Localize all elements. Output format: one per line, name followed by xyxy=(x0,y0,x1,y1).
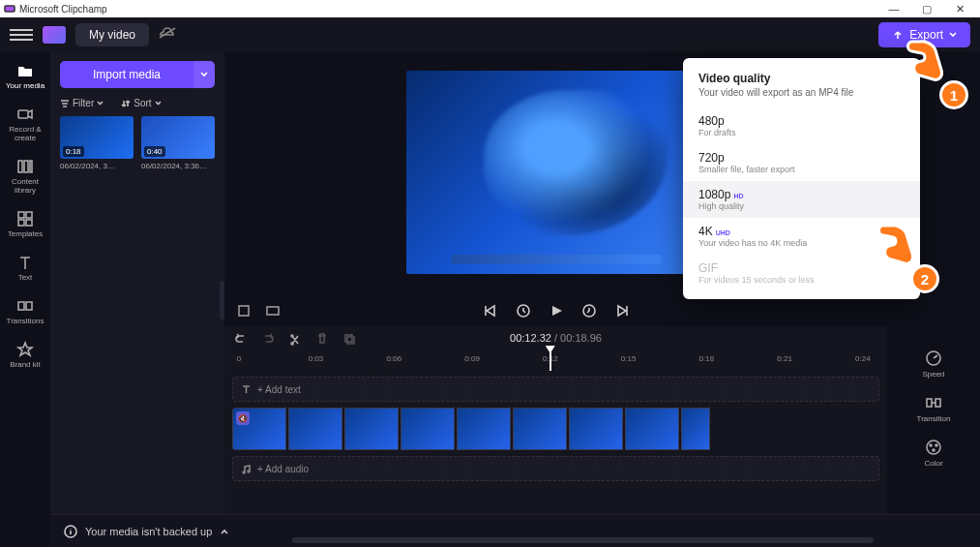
templates-icon xyxy=(16,210,34,228)
backup-status: Your media isn't backed up xyxy=(85,526,212,537)
quality-480p[interactable]: 480p For drafts xyxy=(683,107,920,144)
svg-rect-16 xyxy=(345,335,352,342)
transition-icon xyxy=(925,394,942,411)
export-button[interactable]: Export xyxy=(878,22,970,47)
popover-subtitle: Your video will export as an MP4 file xyxy=(683,87,920,107)
project-title[interactable]: My video xyxy=(75,23,149,46)
left-sidebar: Your media Record & create Content libra… xyxy=(0,51,50,547)
svg-point-23 xyxy=(935,444,937,446)
svg-rect-6 xyxy=(18,212,24,218)
crop-icon[interactable] xyxy=(236,303,252,319)
video-track[interactable]: 🔇 xyxy=(232,408,879,450)
color-tab[interactable]: Color xyxy=(924,439,942,468)
sidebar-record-create[interactable]: Record & create xyxy=(0,103,50,145)
svg-rect-19 xyxy=(927,399,932,407)
audio-track[interactable]: + Add audio xyxy=(232,456,879,481)
music-icon xyxy=(241,464,252,474)
quality-720p[interactable]: 720p Smaller file, faster export xyxy=(683,144,920,181)
svg-rect-10 xyxy=(18,302,24,310)
chevron-up-icon[interactable] xyxy=(220,527,229,536)
svg-point-24 xyxy=(933,449,935,451)
media-panel: Import media Filter Sort 0:18 06/02/2024… xyxy=(50,51,224,514)
media-thumbnail[interactable]: 0:18 06/02/2024, 3… xyxy=(60,116,134,170)
popover-title: Video quality xyxy=(683,72,920,87)
svg-rect-20 xyxy=(935,399,940,407)
svg-rect-0 xyxy=(5,6,15,12)
svg-rect-2 xyxy=(18,110,28,118)
timeline-ruler[interactable]: 0 0:03 0:06 0:09 0:12 0:15 0:18 0:21 0:2… xyxy=(230,351,881,371)
clipchamp-logo-icon xyxy=(43,26,66,44)
color-icon xyxy=(925,439,942,456)
split-icon[interactable] xyxy=(288,332,302,346)
svg-point-22 xyxy=(930,444,932,446)
app-header: My video Export xyxy=(0,17,980,51)
filter-button[interactable]: Filter xyxy=(60,98,104,108)
import-media-button[interactable]: Import media xyxy=(60,61,193,88)
quality-4k[interactable]: 4KUHD Your video has no 4K media xyxy=(683,218,920,255)
text-icon xyxy=(16,254,34,271)
sort-icon xyxy=(121,99,131,108)
upload-icon xyxy=(892,29,904,41)
close-button[interactable]: ✕ xyxy=(943,3,976,15)
quality-gif[interactable]: GIF For videos 15 seconds or less xyxy=(683,255,920,291)
brand-kit-icon xyxy=(16,341,34,358)
timeline: 00:12.32 / 00:18.96 0 0:03 0:06 0:09 0:1… xyxy=(224,326,887,514)
library-icon xyxy=(16,158,34,175)
minimize-button[interactable]: — xyxy=(877,3,910,15)
delete-icon[interactable] xyxy=(315,332,329,346)
window-titlebar: Microsoft Clipchamp — ▢ ✕ xyxy=(0,0,980,17)
info-icon xyxy=(64,525,77,538)
forward-icon[interactable] xyxy=(581,303,597,319)
media-thumbnail[interactable]: 0:40 06/02/2024, 3:36… xyxy=(141,116,215,170)
transport-controls xyxy=(483,303,630,319)
undo-icon[interactable] xyxy=(234,332,248,346)
sidebar-content-library[interactable]: Content library xyxy=(0,155,50,198)
svg-rect-3 xyxy=(18,161,22,172)
sort-button[interactable]: Sort xyxy=(121,98,161,108)
skip-forward-icon[interactable] xyxy=(614,303,630,319)
sidebar-text[interactable]: Text xyxy=(16,251,34,285)
transition-tab[interactable]: Transition xyxy=(917,394,951,423)
cloud-off-icon[interactable] xyxy=(159,26,176,43)
sidebar-transitions[interactable]: Transitions xyxy=(7,294,45,328)
export-label: Export xyxy=(909,28,943,42)
speed-tab[interactable]: Speed xyxy=(922,349,944,379)
svg-rect-9 xyxy=(26,220,32,226)
skip-back-icon[interactable] xyxy=(483,303,498,319)
record-icon xyxy=(16,106,34,123)
chevron-down-icon xyxy=(155,100,162,106)
play-icon[interactable] xyxy=(549,303,564,319)
text-icon xyxy=(241,384,252,395)
svg-rect-11 xyxy=(26,302,32,310)
sidebar-your-media[interactable]: Your media xyxy=(6,59,45,93)
chevron-down-icon xyxy=(949,31,957,39)
app-title: Microsoft Clipchamp xyxy=(19,4,107,15)
fit-icon[interactable] xyxy=(265,303,281,319)
chevron-down-icon xyxy=(97,100,104,106)
transitions-icon xyxy=(16,297,34,315)
text-track[interactable]: + Add text xyxy=(232,377,879,402)
app-logo-icon xyxy=(4,3,15,15)
quality-1080p[interactable]: 1080pHD High quality xyxy=(683,181,920,218)
svg-point-21 xyxy=(927,441,940,454)
maximize-button[interactable]: ▢ xyxy=(910,3,943,15)
duplicate-icon[interactable] xyxy=(342,332,356,346)
import-media-dropdown[interactable] xyxy=(193,61,215,88)
sidebar-templates[interactable]: Templates xyxy=(8,207,43,241)
svg-rect-5 xyxy=(30,161,32,172)
folder-icon xyxy=(16,62,34,79)
status-bar: Your media isn't backed up xyxy=(50,514,980,547)
redo-icon[interactable] xyxy=(261,332,275,346)
playhead[interactable] xyxy=(549,351,551,371)
menu-button[interactable] xyxy=(10,23,33,46)
svg-rect-8 xyxy=(18,220,24,226)
svg-rect-12 xyxy=(239,306,249,316)
mute-icon[interactable]: 🔇 xyxy=(236,411,250,425)
timecode: 00:12.32 / 00:18.96 xyxy=(510,332,602,344)
video-preview[interactable] xyxy=(406,71,706,274)
filter-icon xyxy=(60,99,70,108)
horizontal-scrollbar[interactable] xyxy=(292,537,874,543)
sidebar-brand-kit[interactable]: Brand kit xyxy=(10,338,41,372)
rewind-icon[interactable] xyxy=(516,303,531,319)
export-quality-popover: Video quality Your video will export as … xyxy=(683,58,920,299)
